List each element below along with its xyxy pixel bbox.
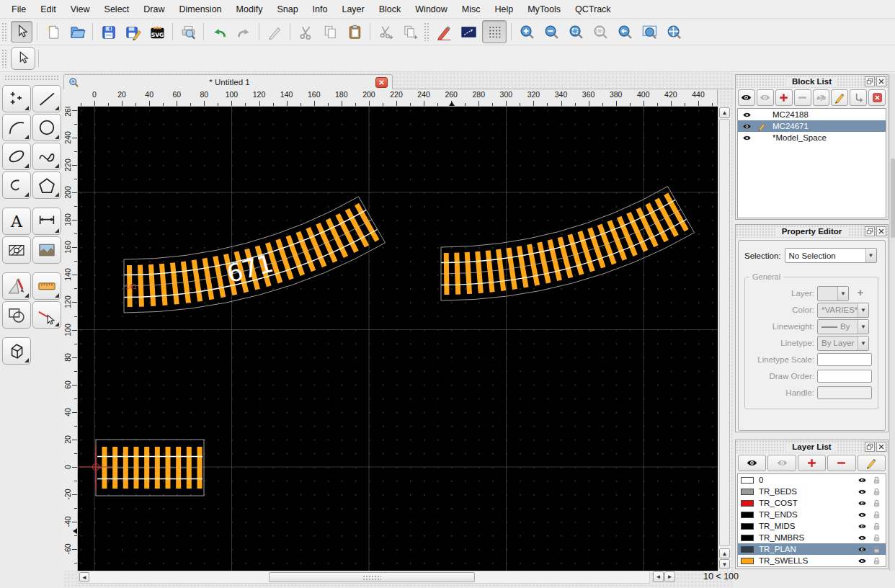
- float-panel-button[interactable]: [865, 226, 875, 236]
- menu-block[interactable]: Block: [372, 1, 409, 17]
- chevron-down-icon[interactable]: ▼: [858, 337, 868, 350]
- chevron-down-icon[interactable]: ▼: [865, 249, 876, 262]
- rename-ab-button[interactable]: a|b: [813, 89, 830, 106]
- toolbar-handle[interactable]: [1, 49, 8, 68]
- vertical-scroll-thumb[interactable]: [719, 119, 730, 546]
- image-tool-button[interactable]: [32, 236, 61, 264]
- menu-mytools[interactable]: MyTools: [520, 1, 568, 17]
- linetype-combobox[interactable]: By Layer▼: [817, 336, 869, 351]
- lock-icon[interactable]: [871, 487, 883, 496]
- redo-button[interactable]: [233, 21, 254, 43]
- eye-icon[interactable]: [857, 510, 868, 520]
- close-panel-button[interactable]: [876, 226, 886, 236]
- menu-layer[interactable]: Layer: [334, 1, 371, 17]
- menu-draw[interactable]: Draw: [136, 1, 172, 17]
- scroll-right-button[interactable]: ►: [664, 571, 675, 582]
- zoom-previous-button[interactable]: [589, 21, 611, 43]
- eye-icon[interactable]: [742, 133, 753, 143]
- block-row-mc24671[interactable]: MC24671: [738, 120, 886, 132]
- dimension-tool-button[interactable]: [32, 208, 61, 235]
- menu-dimension[interactable]: Dimension: [172, 1, 229, 17]
- vertical-scrollbar[interactable]: ▲ ▲ ▼: [718, 107, 731, 571]
- lock-icon[interactable]: [871, 545, 883, 554]
- drawing-canvas[interactable]: 671145: [78, 107, 718, 571]
- svg-export-button[interactable]: SVG: [146, 21, 168, 43]
- scroll-up-button[interactable]: ▲: [719, 107, 730, 118]
- circle-tool-button[interactable]: [32, 114, 61, 141]
- draworder-input[interactable]: [817, 370, 872, 383]
- menu-misc[interactable]: Misc: [455, 1, 488, 17]
- chevron-down-icon[interactable]: ▼: [837, 287, 848, 300]
- cut-button[interactable]: [295, 21, 316, 43]
- modify-shapes-tool-button[interactable]: [2, 301, 31, 329]
- polygon-tool-button[interactable]: [32, 172, 61, 199]
- lock-icon[interactable]: [871, 510, 883, 520]
- menu-snap[interactable]: Snap: [270, 1, 305, 17]
- canvas-svg[interactable]: 671145: [78, 107, 718, 571]
- lock-icon[interactable]: [871, 556, 883, 566]
- eye-icon[interactable]: [857, 499, 868, 508]
- scroll-up-button-2[interactable]: ▲: [719, 548, 730, 558]
- horizontal-scrollbar[interactable]: ◄: [78, 571, 650, 584]
- paste-button[interactable]: [344, 21, 365, 43]
- arc-tool-button[interactable]: [2, 114, 31, 141]
- layer-row-tr_mids[interactable]: TR_MIDS: [738, 520, 886, 532]
- close-panel-button[interactable]: [876, 76, 886, 86]
- scroll-down-button[interactable]: ▼: [719, 559, 730, 569]
- eye-icon[interactable]: [857, 487, 868, 496]
- layer-row-tr_cost[interactable]: TR_COST: [738, 497, 886, 509]
- ellipse-tool-button[interactable]: [2, 143, 31, 170]
- save-as-button[interactable]: [122, 21, 143, 43]
- eye-off-button[interactable]: [767, 455, 796, 471]
- toolbar-handle[interactable]: [1, 22, 8, 41]
- pen-edit-button[interactable]: [264, 21, 285, 43]
- menu-window[interactable]: Window: [408, 1, 454, 17]
- line-tool-button[interactable]: [32, 85, 61, 112]
- zoom-in-button[interactable]: [516, 21, 538, 43]
- menu-modify[interactable]: Modify: [229, 1, 270, 17]
- insert-block-button[interactable]: [850, 89, 867, 106]
- save-button[interactable]: [97, 21, 119, 43]
- palette-handle[interactable]: [4, 75, 59, 80]
- menu-view[interactable]: View: [63, 1, 97, 17]
- lock-icon[interactable]: [871, 499, 883, 508]
- hatch-tool-button[interactable]: [2, 236, 31, 264]
- polyline-tool-button[interactable]: [2, 172, 31, 199]
- menu-select[interactable]: Select: [97, 1, 137, 17]
- add-layer-icon[interactable]: +: [855, 288, 866, 299]
- eye-icon[interactable]: [742, 110, 753, 120]
- close-panel-button[interactable]: [876, 442, 886, 452]
- new-document-button[interactable]: [42, 21, 63, 43]
- zoom-out-button[interactable]: [540, 21, 562, 43]
- layer-row-0[interactable]: 0: [738, 474, 886, 486]
- lineweight-combobox[interactable]: By▼: [817, 319, 869, 334]
- selection-combobox[interactable]: No Selection ▼: [785, 248, 877, 263]
- draw-pencil-button[interactable]: [433, 21, 455, 43]
- eye-icon[interactable]: [857, 545, 868, 554]
- lock-icon[interactable]: [871, 476, 883, 485]
- pencil-icon[interactable]: [757, 122, 768, 131]
- menu-edit[interactable]: Edit: [33, 1, 63, 17]
- layer-row-tr_swells[interactable]: TR_SWELLS: [738, 555, 886, 566]
- zoom-pan-button[interactable]: [663, 21, 685, 43]
- toolbar-handle[interactable]: [424, 22, 430, 41]
- spline-tool-button[interactable]: [32, 143, 61, 170]
- chevron-down-icon[interactable]: ▼: [858, 303, 868, 317]
- undo-button[interactable]: [208, 21, 230, 43]
- tab-close-button[interactable]: ✕: [375, 77, 388, 88]
- eye-button[interactable]: [738, 455, 766, 471]
- lock-icon[interactable]: [871, 522, 883, 531]
- layer-list-titlebar[interactable]: Layer List: [736, 440, 888, 453]
- layer-row-tr_nmbrs[interactable]: TR_NMBRS: [738, 532, 886, 543]
- dock-scrollbar[interactable]: [889, 74, 895, 571]
- eye-icon[interactable]: [857, 476, 868, 485]
- copy-button[interactable]: [319, 21, 341, 43]
- menu-info[interactable]: Info: [306, 1, 335, 17]
- box-3d-tool-button[interactable]: [2, 337, 31, 365]
- menu-help[interactable]: Help: [487, 1, 520, 17]
- eye-icon[interactable]: [857, 556, 868, 566]
- dock-scroll-thumb[interactable]: [891, 159, 895, 238]
- minus-red-button[interactable]: [827, 455, 855, 471]
- snap-preview-button[interactable]: [458, 21, 479, 43]
- float-panel-button[interactable]: [865, 442, 875, 452]
